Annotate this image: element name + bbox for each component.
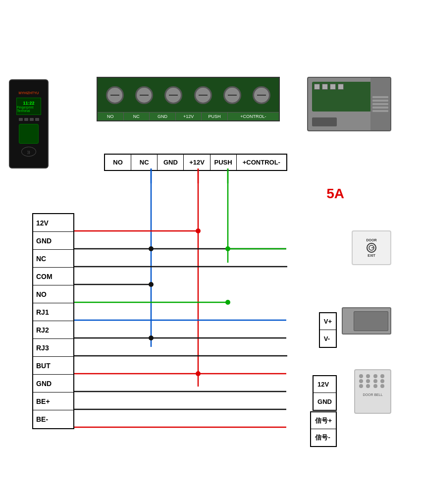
relay-col-control: +CONTROL-: [237, 155, 286, 170]
relay-col-push: PUSH: [210, 155, 237, 170]
tb-screws: [98, 78, 279, 112]
terminal-but: BUT: [33, 357, 73, 375]
terminal-gnd1: GND: [33, 232, 73, 250]
brand-label: MYHIZHTYU: [19, 91, 39, 95]
dot-7: [373, 379, 377, 383]
psu-term-2: [322, 84, 328, 90]
svg-point-6: [196, 228, 201, 233]
fin-5: [372, 110, 388, 112]
psu-term-1: [314, 84, 320, 90]
screen-text: Fingerprint Terminal: [17, 106, 41, 112]
dot-11: [373, 384, 377, 388]
terminal-rj2: RJ2: [33, 321, 73, 339]
tb-screw-1: [106, 86, 124, 104]
dot-8: [380, 379, 384, 383]
fin-4: [372, 107, 388, 109]
terminal-rj1: RJ1: [33, 303, 73, 321]
terminal-com: COM: [33, 268, 73, 285]
terminal-be-minus: BE-: [33, 410, 73, 428]
psu-heatsink: [370, 78, 390, 130]
terminal-12v: 12V: [33, 214, 73, 232]
tb-screw-6: [253, 86, 270, 104]
right-terminal-mag-lock: V+ V-: [319, 312, 337, 348]
tb-label-push: PUSH: [202, 112, 228, 120]
wiring-diagram: MYHIZHTYU 11:22 Fingerprint Terminal )) …: [0, 0, 421, 504]
dot-1: [359, 374, 363, 378]
terminal-vminus: V-: [320, 330, 336, 347]
fp-btn-4: [35, 118, 39, 121]
fin-1: [372, 96, 388, 98]
tb-label-12v: +12V: [176, 112, 202, 120]
svg-point-13: [225, 246, 230, 251]
fp-screen: 11:22 Fingerprint Terminal: [16, 98, 41, 115]
relay-col-12v: +12V: [184, 155, 210, 170]
fp-btn-2: [24, 118, 28, 121]
relay-col-gnd: GND: [158, 155, 184, 170]
tb-screw-2: [135, 86, 153, 104]
terminal-block-image: NO NC GND +12V PUSH +CONTROL-: [97, 77, 280, 121]
tb-label-control: +CONTROL-: [228, 112, 279, 120]
svg-point-16: [225, 300, 230, 305]
tb-screw-5: [223, 86, 241, 104]
terminal-bell-12v: 12V: [314, 376, 336, 393]
terminal-gnd2: GND: [33, 375, 73, 392]
exit-text-door: DOOR: [367, 238, 377, 242]
fin-3: [372, 103, 388, 105]
fingerprint-reader: MYHIZHTYU 11:22 Fingerprint Terminal )): [9, 79, 49, 168]
terminal-signal-plus: 信号+: [311, 412, 336, 429]
psu-term-4: [338, 84, 344, 90]
power-label: 5A: [326, 186, 344, 202]
magnetic-lock: [342, 307, 391, 335]
psu-component: [312, 117, 337, 126]
mag-lock-body: [354, 311, 388, 331]
dot-10: [366, 384, 370, 388]
svg-point-19: [149, 336, 154, 340]
relay-block: NO NC GND +12V PUSH +CONTROL-: [104, 154, 287, 171]
relay-col-no: NO: [105, 155, 131, 170]
fp-buttons: [19, 118, 39, 121]
bell-speaker: [355, 370, 390, 392]
terminal-nc: NC: [33, 250, 73, 268]
right-terminal-bell-power: 12V GND: [313, 375, 337, 411]
relay-header: NO NC GND +12V PUSH +CONTROL-: [105, 155, 286, 170]
svg-point-8: [149, 246, 154, 251]
screen-time: 11:22: [23, 101, 34, 106]
fp-btn-3: [30, 118, 34, 121]
right-terminal-bell-signal: 信号+ 信号-: [310, 411, 337, 447]
terminal-signal-minus: 信号-: [311, 429, 336, 446]
fp-nfc: )): [21, 147, 36, 157]
fp-sensor: [19, 124, 39, 144]
dot-12: [380, 384, 384, 388]
svg-point-23: [196, 371, 201, 376]
tb-label-gnd: GND: [150, 112, 176, 120]
dot-5: [359, 379, 363, 383]
exit-key-icon: [368, 245, 374, 251]
door-exit-button: DOOR EXIT: [352, 230, 391, 265]
fp-btn-1: [19, 118, 23, 121]
terminal-labels: 12V GND NC COM NO RJ1 RJ2 RJ3 BUT GND BE…: [32, 213, 74, 429]
tb-screw-3: [164, 86, 182, 104]
terminal-no: NO: [33, 285, 73, 303]
tb-label-no: NO: [98, 112, 124, 120]
terminal-rj3: RJ3: [33, 339, 73, 357]
terminal-bell-gnd: GND: [314, 393, 336, 410]
bell-label: DOOR BELL: [355, 392, 390, 397]
dot-9: [359, 384, 363, 388]
terminal-be-plus: BE+: [33, 392, 73, 410]
fin-2: [372, 100, 388, 102]
door-bell: DOOR BELL: [354, 369, 391, 414]
dot-6: [366, 379, 370, 383]
psu-term-3: [330, 84, 336, 90]
power-supply-image: [307, 77, 391, 131]
relay-col-nc: NC: [131, 155, 158, 170]
dot-2: [366, 374, 370, 378]
tb-labels: NO NC GND +12V PUSH +CONTROL-: [98, 112, 279, 120]
tb-label-nc: NC: [124, 112, 150, 120]
exit-icon-circle: [367, 243, 376, 253]
tb-screw-4: [194, 86, 212, 104]
dot-3: [373, 374, 377, 378]
exit-text-exit: EXIT: [368, 254, 375, 257]
terminal-vplus: V+: [320, 313, 336, 330]
svg-point-12: [149, 282, 154, 287]
dot-4: [380, 374, 384, 378]
